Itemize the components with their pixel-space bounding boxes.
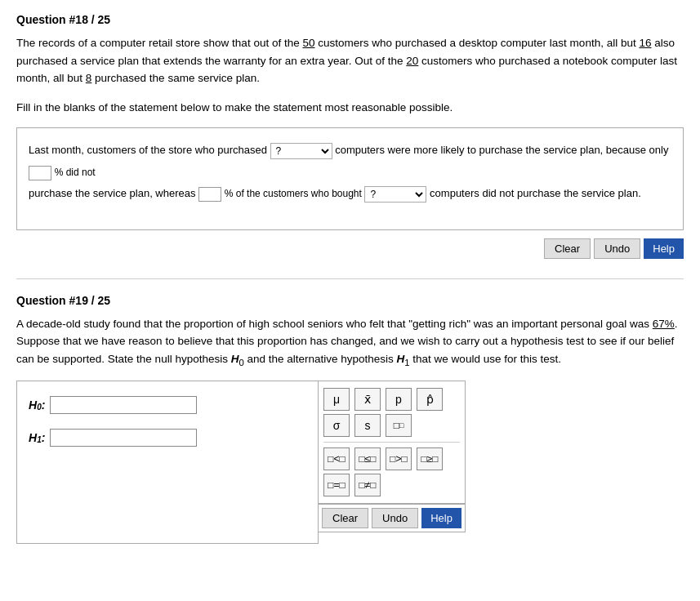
- q18-header: Question #18 / 25: [16, 13, 684, 26]
- q19-sym-row2: σ s □□: [323, 414, 460, 437]
- q19-h1-row: H1 :: [29, 429, 306, 447]
- q19-action-bar: Clear Undo Help: [319, 504, 466, 532]
- q18-fill-text-2: computers were more likely to purchase t…: [335, 144, 668, 156]
- sym-s[interactable]: s: [354, 414, 381, 437]
- sym-lt[interactable]: □<□: [323, 447, 350, 470]
- sym-phat[interactable]: p̂: [417, 388, 443, 411]
- q19-h0-label: H0 :: [29, 398, 45, 412]
- q19-undo-button[interactable]: Undo: [372, 508, 418, 528]
- q18-pct1-label: % did not: [55, 167, 96, 178]
- q19-sym-row1: μ x̄ p p̂: [323, 388, 460, 411]
- sym-le[interactable]: □≤□: [354, 447, 381, 470]
- q19-h0-row: H0 :: [29, 396, 306, 414]
- q18-dropdown1[interactable]: ? desktop notebook: [270, 143, 332, 159]
- sym-mu[interactable]: μ: [323, 388, 350, 411]
- question-19-container: Question #19 / 25 A decade-old study fou…: [16, 294, 684, 545]
- q18-fill-text-4: computers did not purchase the service p…: [430, 187, 641, 199]
- q18-dropdown1-wrapper[interactable]: ? desktop notebook: [270, 140, 332, 162]
- q19-right-panel: μ x̄ p p̂ σ s □□ □<□ □≤□ □>□ □≥□: [319, 381, 466, 532]
- q19-h0-input[interactable]: [50, 396, 197, 414]
- q18-clear-button[interactable]: Clear: [544, 238, 591, 259]
- sym-sigma[interactable]: σ: [323, 414, 350, 437]
- q19-paragraph: A decade-old study found that the propor…: [16, 315, 684, 370]
- q19-sym-row4: □=□ □≠□: [323, 474, 460, 496]
- q19-clear-button[interactable]: Clear: [322, 508, 368, 528]
- q18-fill-text-3: purchase the service plan, whereas: [29, 187, 198, 199]
- sym-square-sup[interactable]: □□: [386, 414, 412, 437]
- q19-sym-row3: □<□ □≤□ □>□ □≥□: [323, 447, 460, 470]
- q19-hypothesis-box: H0 : H1 :: [16, 381, 319, 544]
- sym-ge[interactable]: □≥□: [417, 447, 443, 470]
- sym-ne[interactable]: □≠□: [354, 474, 381, 496]
- q18-paragraph1: The records of a computer retail store s…: [16, 34, 684, 87]
- sym-p[interactable]: p: [386, 388, 412, 411]
- q18-fill-text-1: Last month, customers of the store who p…: [29, 144, 267, 156]
- q18-dropdown2[interactable]: ? desktop notebook: [364, 186, 426, 203]
- q18-fill-box: Last month, customers of the store who p…: [16, 127, 684, 229]
- q19-h1-label: H1 :: [29, 431, 45, 444]
- q19-header: Question #19 / 25: [16, 294, 684, 307]
- sym-eq[interactable]: □=□: [323, 474, 350, 496]
- q18-pct2-input[interactable]: [198, 187, 221, 202]
- q18-help-button[interactable]: Help: [644, 238, 684, 259]
- q18-action-bar: Clear Undo Help: [16, 238, 684, 259]
- sym-xbar[interactable]: x̄: [354, 388, 381, 411]
- q18-pct1-input[interactable]: [29, 166, 51, 180]
- q19-area: H0 : H1 : μ x̄ p p̂ σ s: [16, 381, 684, 544]
- q19-h1-input[interactable]: [50, 429, 197, 447]
- q18-dropdown2-wrapper[interactable]: ? desktop notebook: [364, 184, 426, 205]
- question-18-container: Question #18 / 25 The records of a compu…: [16, 13, 684, 259]
- q18-paragraph2: Fill in the blanks of the statement belo…: [16, 99, 684, 117]
- q19-help-button[interactable]: Help: [421, 508, 461, 528]
- sym-gt[interactable]: □>□: [386, 447, 412, 470]
- q18-undo-button[interactable]: Undo: [594, 238, 640, 259]
- q18-pct2-label: % of the customers who bought: [225, 188, 362, 199]
- q19-symbol-panel: μ x̄ p p̂ σ s □□ □<□ □≤□ □>□ □≥□: [319, 381, 466, 504]
- sym-divider: [323, 442, 460, 443]
